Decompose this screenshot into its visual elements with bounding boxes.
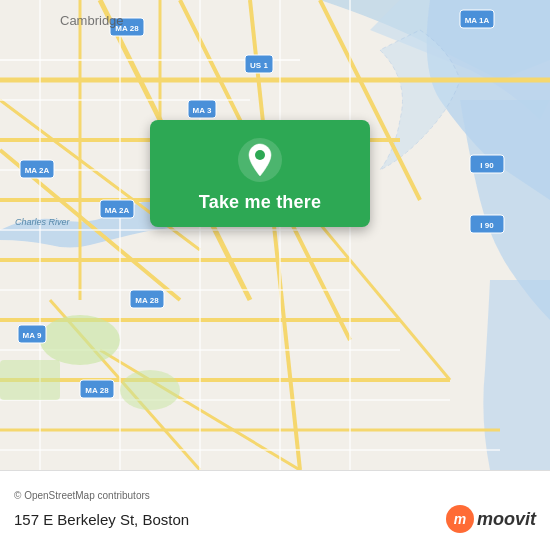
svg-text:I 90: I 90 — [480, 221, 494, 230]
svg-point-60 — [255, 150, 265, 160]
moovit-brand-icon: m — [446, 505, 474, 533]
svg-text:MA 28: MA 28 — [85, 386, 109, 395]
address-row: 157 E Berkeley St, Boston m moovit — [14, 505, 536, 533]
svg-text:m: m — [454, 511, 466, 527]
svg-text:Cambridge: Cambridge — [60, 13, 124, 28]
svg-text:MA 1A: MA 1A — [465, 16, 490, 25]
location-card[interactable]: Take me there — [150, 120, 370, 227]
bottom-bar: © OpenStreetMap contributors 157 E Berke… — [0, 470, 550, 550]
take-me-there-button[interactable]: Take me there — [199, 192, 321, 213]
svg-text:US 1: US 1 — [250, 61, 268, 70]
map-background: MA 28 MA 1A US 1 MA 3 MA 2A MA 2A I 90 I… — [0, 0, 550, 470]
svg-text:I 90: I 90 — [480, 161, 494, 170]
svg-point-32 — [40, 315, 120, 365]
map-container: MA 28 MA 1A US 1 MA 3 MA 2A MA 2A I 90 I… — [0, 0, 550, 470]
svg-text:MA 28: MA 28 — [135, 296, 159, 305]
location-pin-icon — [238, 138, 282, 182]
svg-text:MA 9: MA 9 — [23, 331, 42, 340]
map-attribution: © OpenStreetMap contributors — [14, 490, 536, 501]
moovit-logo: m moovit — [446, 505, 536, 533]
svg-text:Charles River: Charles River — [15, 217, 71, 227]
svg-text:MA 3: MA 3 — [193, 106, 212, 115]
address-label: 157 E Berkeley St, Boston — [14, 511, 189, 528]
svg-rect-34 — [0, 360, 60, 400]
svg-text:MA 2A: MA 2A — [25, 166, 50, 175]
moovit-wordmark: moovit — [477, 509, 536, 530]
svg-point-33 — [120, 370, 180, 410]
svg-text:MA 2A: MA 2A — [105, 206, 130, 215]
